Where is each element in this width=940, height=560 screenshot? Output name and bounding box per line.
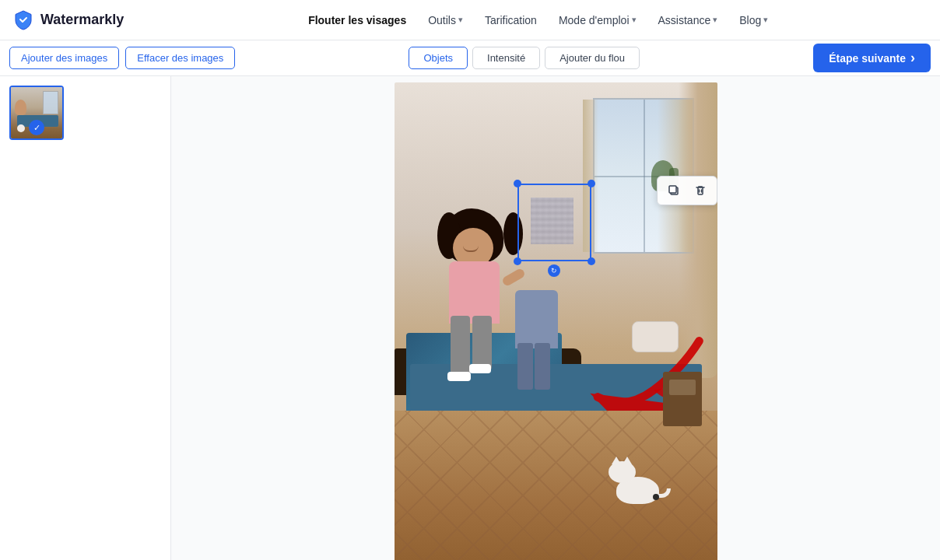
selection-box[interactable]: ↻ bbox=[517, 184, 591, 261]
nav-mode-emploi[interactable]: Mode d'emploi ▾ bbox=[549, 9, 646, 31]
app-name: Watermarkly bbox=[40, 12, 124, 28]
object-toolbar bbox=[657, 176, 717, 205]
add-images-button[interactable]: Ajouter des images bbox=[9, 47, 119, 69]
logo-icon bbox=[12, 9, 34, 31]
copy-icon bbox=[668, 184, 680, 197]
next-step-button[interactable]: Étape suivante › bbox=[813, 44, 931, 72]
toolbar-tabs: Objets Intensité Ajouter du flou bbox=[241, 47, 807, 69]
sidebar: ✓ bbox=[0, 76, 171, 560]
chevron-down-icon-2: ▾ bbox=[632, 15, 637, 25]
clear-images-button[interactable]: Effacer des images bbox=[125, 47, 235, 69]
handle-top-right[interactable] bbox=[588, 180, 595, 187]
header: Watermarkly Flouter les visages Outils ▾… bbox=[0, 0, 940, 40]
selected-badge: ✓ bbox=[29, 120, 44, 135]
chevron-down-icon-4: ▾ bbox=[763, 15, 768, 25]
tab-objects[interactable]: Objets bbox=[409, 47, 468, 69]
thumbnail-item[interactable]: ✓ bbox=[9, 86, 64, 140]
curtain bbox=[679, 82, 717, 378]
tab-intensity[interactable]: Intensité bbox=[472, 47, 540, 69]
copy-object-button[interactable] bbox=[662, 180, 686, 201]
image-container: ↻ bbox=[395, 82, 717, 560]
pillow bbox=[632, 321, 679, 352]
nav-assistance[interactable]: Assistance ▾ bbox=[649, 9, 728, 31]
handle-top-left[interactable] bbox=[514, 180, 521, 187]
logo-area[interactable]: Watermarkly bbox=[12, 9, 124, 31]
tab-add-blur[interactable]: Ajouter du flou bbox=[545, 47, 640, 69]
handle-bottom-left[interactable] bbox=[514, 257, 521, 265]
trash-icon bbox=[694, 184, 707, 197]
photo-display: ↻ bbox=[395, 82, 717, 560]
nightstand bbox=[663, 372, 702, 426]
cat-figure bbox=[609, 461, 671, 504]
chevron-down-icon: ▾ bbox=[458, 15, 463, 25]
rotate-handle[interactable]: ↻ bbox=[548, 264, 560, 277]
chevron-down-icon-3: ▾ bbox=[713, 15, 717, 25]
svg-rect-1 bbox=[669, 186, 676, 193]
nav-blog[interactable]: Blog ▾ bbox=[730, 9, 777, 31]
nav-flouter[interactable]: Flouter les visages bbox=[299, 9, 416, 31]
boy-figure bbox=[511, 243, 573, 383]
toolbar: Ajouter des images Effacer des images Ob… bbox=[0, 40, 940, 76]
delete-object-button[interactable] bbox=[689, 180, 712, 201]
canvas-area[interactable]: ↻ bbox=[171, 76, 940, 560]
selection-border bbox=[517, 184, 591, 261]
main-area: ✓ bbox=[0, 76, 940, 560]
rotate-icon: ↻ bbox=[551, 267, 557, 275]
nav-tarification[interactable]: Tarification bbox=[475, 9, 546, 31]
chevron-right-icon: › bbox=[910, 50, 915, 66]
nav-outils[interactable]: Outils ▾ bbox=[419, 9, 472, 31]
main-nav: Flouter les visages Outils ▾ Tarificatio… bbox=[149, 9, 928, 31]
handle-bottom-right[interactable] bbox=[588, 257, 595, 265]
